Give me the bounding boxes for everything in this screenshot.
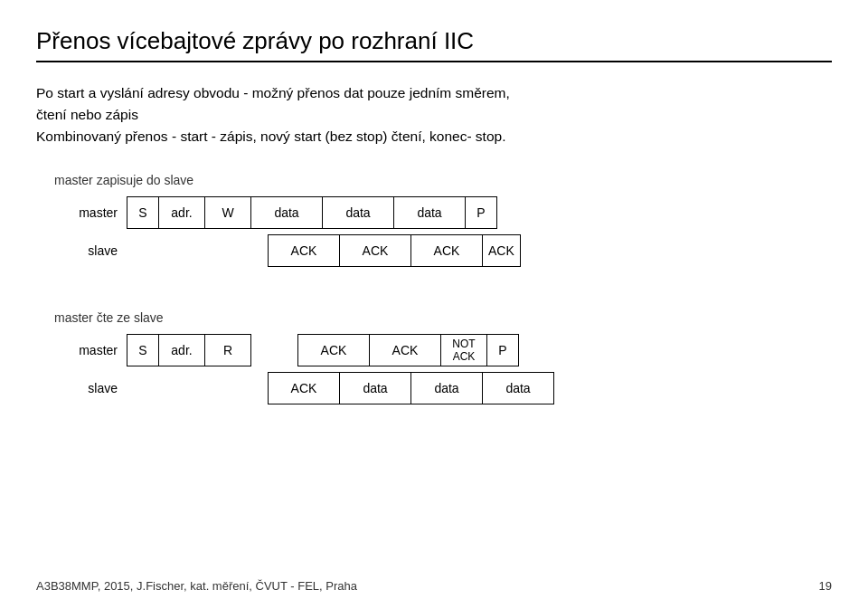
master-write-row-label: master <box>54 205 127 220</box>
cell-data2-write: data <box>322 196 394 229</box>
slave-read-row: slave ACK data data data <box>54 372 832 404</box>
cell-ack2-write: ACK <box>339 234 411 267</box>
cell-adr-read: adr. <box>158 334 205 366</box>
cell-S-read: S <box>127 334 159 366</box>
footer: A3B38MMP, 2015, J.Fischer, kat. měření, … <box>36 579 832 593</box>
section-read: master čte ze slave master S adr. R ACK … <box>54 310 832 404</box>
cell-data3-write: data <box>393 196 466 229</box>
master-read-row: master S adr. R ACK ACK NOTACK P <box>54 334 832 366</box>
footer-right: 19 <box>819 579 832 593</box>
page-title: Přenos vícebajtové zprávy po rozhraní II… <box>36 27 832 55</box>
cell-ack1-read-master: ACK <box>297 334 370 366</box>
cell-data3-read-slave: data <box>482 372 554 404</box>
cell-data2-read-slave: data <box>410 372 483 404</box>
slave-read-row-label: slave <box>54 381 127 395</box>
section-write: master zapisuje do slave master S adr. W… <box>54 173 832 267</box>
cell-notack-read-master: NOTACK <box>440 334 487 366</box>
slave-write-row-label: slave <box>54 243 127 258</box>
cell-adr-write: adr. <box>158 196 205 229</box>
section-write-label: master zapisuje do slave <box>54 173 832 187</box>
cell-ack4-write: ACK <box>482 234 521 267</box>
cell-ack2-read-master: ACK <box>369 334 441 366</box>
intro-text: Po start a vyslání adresy obvodu - možný… <box>36 82 832 147</box>
cell-data1-read-slave: data <box>339 372 411 404</box>
cell-ack-read-slave: ACK <box>268 372 340 404</box>
footer-left: A3B38MMP, 2015, J.Fischer, kat. měření, … <box>36 579 357 593</box>
cell-S-write: S <box>127 196 159 229</box>
cell-P-write: P <box>465 196 497 229</box>
slave-write-row: slave ACK ACK ACK ACK <box>54 234 832 267</box>
section-read-label: master čte ze slave <box>54 310 832 325</box>
cell-ack1-write: ACK <box>268 234 340 267</box>
master-write-row: master S adr. W data data data P <box>54 196 832 229</box>
cell-P-read: P <box>486 334 519 366</box>
master-read-row-label: master <box>54 343 127 357</box>
cell-data1-write: data <box>250 196 323 229</box>
cell-ack3-write: ACK <box>410 234 483 267</box>
title-divider <box>36 61 832 62</box>
cell-R-read: R <box>204 334 251 366</box>
cell-W-write: W <box>204 196 251 229</box>
section-gap <box>36 283 832 310</box>
